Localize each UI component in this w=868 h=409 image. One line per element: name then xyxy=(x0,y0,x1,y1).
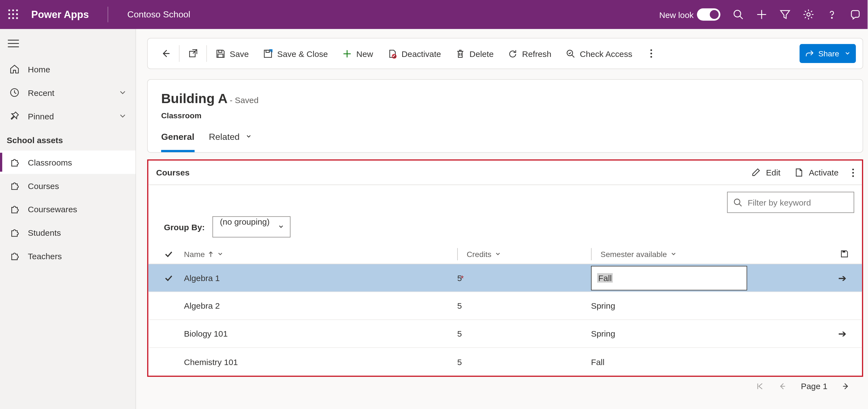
check-access-button[interactable]: Check Access xyxy=(559,43,639,64)
open-in-new-button[interactable] xyxy=(182,43,204,64)
nav-group-title: School assets xyxy=(0,128,135,151)
svg-line-31 xyxy=(572,55,574,57)
col-header-semester[interactable]: Semester available xyxy=(591,248,769,260)
app-title: Power Apps xyxy=(31,8,89,20)
nav-classrooms[interactable]: Classrooms xyxy=(0,151,135,174)
col-header-name[interactable]: Name xyxy=(184,250,457,258)
settings-icon[interactable] xyxy=(803,9,814,20)
cell-name: Chemistry 101 xyxy=(184,357,238,367)
tab-general[interactable]: General xyxy=(161,132,194,152)
search-icon[interactable] xyxy=(733,9,744,20)
semester-edit-input[interactable]: Fall xyxy=(591,265,747,290)
overflow-icon[interactable] xyxy=(852,168,854,177)
svg-rect-8 xyxy=(16,18,18,19)
chevron-down-icon xyxy=(119,89,127,96)
svg-point-14 xyxy=(832,18,832,18)
svg-line-10 xyxy=(740,16,743,19)
refresh-button[interactable]: Refresh xyxy=(501,43,558,64)
deactivate-button[interactable]: Deactivate xyxy=(381,43,448,64)
svg-rect-40 xyxy=(843,251,845,253)
help-icon[interactable] xyxy=(826,9,837,20)
share-button[interactable]: Share xyxy=(800,44,856,63)
svg-rect-7 xyxy=(12,18,14,19)
overflow-button[interactable] xyxy=(640,43,662,64)
delete-button[interactable]: Delete xyxy=(449,43,500,64)
table-row[interactable]: Chemistry 101 5 Fall xyxy=(149,348,862,376)
save-column-icon[interactable] xyxy=(840,250,849,258)
svg-rect-3 xyxy=(8,13,10,15)
cell-credits: 5 xyxy=(457,301,462,310)
nav-teachers[interactable]: Teachers xyxy=(0,244,135,268)
chevron-down-icon[interactable] xyxy=(495,251,501,257)
svg-rect-22 xyxy=(218,54,223,57)
cell-name: Algebra 1 xyxy=(184,273,220,282)
courses-subgrid: Courses Edit Activate xyxy=(147,159,863,377)
copilot-icon[interactable] xyxy=(850,9,861,20)
tab-related[interactable]: Related xyxy=(209,132,252,152)
required-indicator: * xyxy=(461,273,464,282)
search-icon xyxy=(733,198,742,207)
groupby-label: Group By: xyxy=(164,222,205,231)
select-all-check[interactable] xyxy=(164,250,173,258)
nav-item-label: Teachers xyxy=(28,251,62,261)
nav-item-label: Courses xyxy=(28,181,59,190)
pin-icon xyxy=(9,111,20,121)
new-look-toggle[interactable]: New look xyxy=(659,8,720,21)
home-icon xyxy=(9,64,20,74)
row-check-icon[interactable] xyxy=(164,273,173,282)
first-page-icon[interactable] xyxy=(756,382,764,390)
save-close-button[interactable]: Save & Close xyxy=(256,43,335,64)
toggle-switch[interactable] xyxy=(697,8,720,21)
filter-input[interactable] xyxy=(727,192,854,213)
svg-point-35 xyxy=(852,168,854,170)
svg-rect-0 xyxy=(8,9,10,11)
table-row[interactable]: Algebra 2 5 Spring xyxy=(149,292,862,320)
prev-page-icon[interactable] xyxy=(779,382,786,390)
svg-point-34 xyxy=(650,56,652,58)
svg-rect-23 xyxy=(266,50,270,52)
svg-rect-4 xyxy=(12,13,14,15)
chevron-down-icon[interactable] xyxy=(670,251,677,257)
next-page-icon[interactable] xyxy=(842,382,850,390)
nav-home-label: Home xyxy=(28,64,50,74)
subgrid-edit-button[interactable]: Edit xyxy=(751,168,780,177)
nav-students[interactable]: Students xyxy=(0,221,135,244)
nav-courses[interactable]: Courses xyxy=(0,174,135,197)
open-record-arrow-icon[interactable]: ➔ xyxy=(838,272,846,284)
save-button[interactable]: Save xyxy=(209,43,255,64)
groupby-select[interactable]: (no grouping) xyxy=(213,216,290,238)
filter-icon[interactable] xyxy=(779,9,790,20)
activate-icon xyxy=(794,168,803,177)
svg-rect-1 xyxy=(12,9,14,11)
deactivate-icon xyxy=(388,49,397,58)
new-button[interactable]: New xyxy=(336,43,379,64)
chevron-down-icon[interactable] xyxy=(217,251,224,257)
table-row[interactable]: Algebra 1 * 5 Fall ➔ xyxy=(149,264,862,292)
add-icon[interactable] xyxy=(756,9,767,20)
cell-semester: Fall xyxy=(591,357,604,367)
puzzle-icon xyxy=(9,181,20,191)
nav-coursewares[interactable]: Coursewares xyxy=(0,197,135,221)
chevron-down-icon xyxy=(278,224,284,230)
back-button[interactable] xyxy=(155,43,177,64)
table-row[interactable]: Biology 101 5 Spring ➔ xyxy=(149,320,862,348)
nav-pinned[interactable]: Pinned xyxy=(0,104,135,128)
svg-point-36 xyxy=(852,171,854,173)
environment-name: Contoso School xyxy=(127,9,190,19)
hamburger-icon[interactable] xyxy=(8,39,19,48)
cell-semester: Spring xyxy=(591,301,615,310)
app-launcher-icon[interactable] xyxy=(7,8,20,21)
subgrid-activate-button[interactable]: Activate xyxy=(794,168,838,177)
cell-name: Biology 101 xyxy=(184,329,228,338)
new-look-label: New look xyxy=(659,10,693,19)
filter-input-field[interactable] xyxy=(748,197,854,207)
nav-home[interactable]: Home xyxy=(0,58,135,81)
command-bar: Save Save & Close New Deactivate Delete xyxy=(147,38,863,69)
nav-item-label: Students xyxy=(28,228,61,237)
table-header: Name Credits Semester available xyxy=(149,244,862,264)
divider xyxy=(179,45,179,62)
nav-recent[interactable]: Recent xyxy=(0,81,135,104)
open-record-arrow-icon[interactable]: ➔ xyxy=(838,327,846,340)
col-header-credits[interactable]: Credits xyxy=(457,248,591,260)
check-access-label: Check Access xyxy=(580,49,632,58)
